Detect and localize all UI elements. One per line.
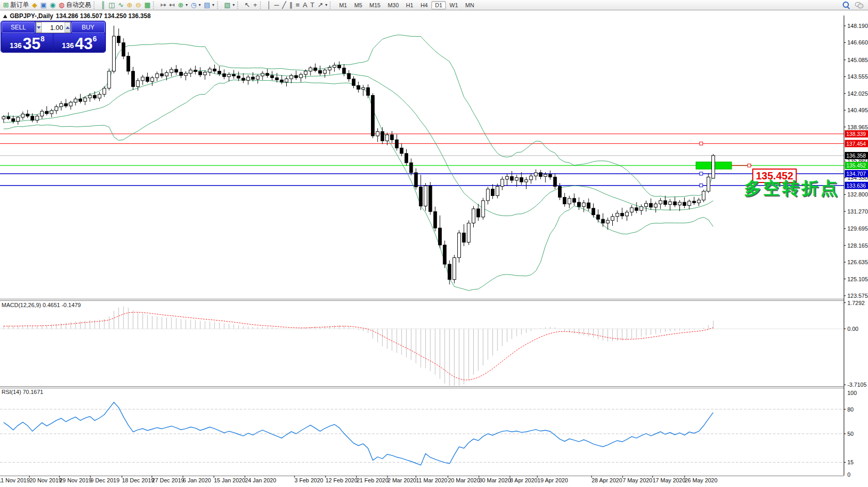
svg-text:28 Apr 2020: 28 Apr 2020 bbox=[592, 477, 622, 483]
sell-price-main: 35 bbox=[23, 37, 40, 51]
timeframe-m30[interactable]: M30 bbox=[384, 1, 402, 9]
sell-price-display[interactable]: 136 35 8 bbox=[2, 34, 53, 52]
community-chat-button[interactable] bbox=[855, 2, 863, 8]
svg-text:133.636: 133.636 bbox=[846, 182, 866, 189]
svg-text:19 Apr 2020: 19 Apr 2020 bbox=[537, 477, 568, 483]
buy-button[interactable]: BUY bbox=[71, 22, 105, 33]
autotrading-icon: ◍ bbox=[59, 2, 65, 8]
indicators-button[interactable]: ⊕ ▾ bbox=[176, 1, 189, 10]
chart-canvas[interactable]: 148.190146.660145.085143.555142.025140.4… bbox=[0, 10, 868, 487]
toolbar-grip bbox=[237, 2, 241, 9]
svg-text:132.800: 132.800 bbox=[847, 191, 868, 197]
text-icon: A bbox=[303, 2, 307, 8]
svg-text:126.635: 126.635 bbox=[847, 259, 868, 265]
line-chart-icon: ∿ bbox=[118, 2, 123, 8]
sell-price-prefix: 136 bbox=[10, 42, 22, 49]
crosshair-button[interactable]: + bbox=[252, 1, 259, 10]
sell-button[interactable]: SELL bbox=[2, 22, 35, 33]
svg-text:20 Mar 2020: 20 Mar 2020 bbox=[448, 477, 480, 483]
periods-button[interactable]: ◷ ▾ bbox=[189, 1, 202, 10]
chart-profile-icon: ▧ bbox=[224, 2, 230, 8]
fibonacci-icon: ≡ bbox=[296, 2, 300, 8]
vertical-line-button[interactable]: │ bbox=[266, 1, 273, 10]
svg-text:142.025: 142.025 bbox=[847, 90, 868, 97]
svg-text:148.190: 148.190 bbox=[847, 23, 868, 29]
dropdown-arrow-icon: ▾ bbox=[199, 3, 201, 7]
svg-text:138.965: 138.965 bbox=[847, 124, 868, 130]
timeframe-m1[interactable]: M1 bbox=[335, 1, 350, 9]
svg-text:29 Nov 2019: 29 Nov 2019 bbox=[59, 477, 91, 483]
svg-text:140.495: 140.495 bbox=[847, 107, 868, 113]
chart-shift-button[interactable]: ↤ bbox=[167, 1, 176, 10]
zoom-out-button[interactable]: ⊖ bbox=[134, 1, 143, 10]
chart-title: GBPJPY-,Daily 134.286 136.507 134.250 13… bbox=[3, 12, 151, 20]
timeframe-h4[interactable]: H4 bbox=[417, 1, 431, 9]
buy-price-display[interactable]: 136 43 6 bbox=[54, 34, 105, 52]
clock-icon: ◷ bbox=[191, 2, 196, 8]
svg-text:15 Jan 2020: 15 Jan 2020 bbox=[214, 477, 245, 483]
svg-text:131.270: 131.270 bbox=[847, 208, 868, 215]
bar-chart-button[interactable]: ║ bbox=[99, 1, 107, 10]
arrows-icon: ↗ bbox=[318, 2, 323, 8]
market-button[interactable]: ◆ bbox=[30, 1, 39, 10]
cursor-button[interactable]: ↖ bbox=[243, 1, 252, 10]
toolbar-grip bbox=[153, 2, 157, 9]
dropdown-arrow-icon: ▾ bbox=[185, 3, 188, 7]
mt4-window: { "toolbar": { "new_order_label": "新订单",… bbox=[0, 0, 868, 487]
signal-icon: ◉ bbox=[50, 2, 55, 8]
toolbar-grip bbox=[217, 2, 221, 9]
zoom-out-icon: ⊖ bbox=[135, 2, 141, 8]
gold-bars-icon: ◆ bbox=[32, 2, 37, 8]
horizontal-line-button[interactable]: ─ bbox=[273, 1, 281, 10]
dropdown-arrow-icon: ▾ bbox=[325, 3, 327, 7]
trendline-button[interactable]: ╱ bbox=[281, 1, 288, 10]
horizontal-line-icon: ─ bbox=[274, 2, 279, 8]
line-chart-button[interactable]: ∿ bbox=[116, 1, 125, 10]
candlestick-chart-button[interactable]: ◫ bbox=[107, 1, 116, 10]
timeframe-m5[interactable]: M5 bbox=[351, 1, 366, 9]
fibonacci-button[interactable]: ≡ bbox=[294, 1, 301, 10]
candlestick-icon: ◫ bbox=[109, 2, 115, 8]
zoom-in-button[interactable]: ⊕ bbox=[125, 1, 134, 10]
chart-shift-icon: ↤ bbox=[169, 2, 175, 8]
svg-text:123.575: 123.575 bbox=[847, 293, 868, 299]
chevron-down-icon bbox=[37, 26, 41, 29]
svg-text:9 Dec 2019: 9 Dec 2019 bbox=[90, 477, 119, 483]
text-label-button[interactable]: T bbox=[309, 1, 316, 10]
cursor-icon: ↖ bbox=[244, 2, 250, 8]
timeframe-w1[interactable]: W1 bbox=[446, 1, 462, 9]
lot-increase-button[interactable] bbox=[65, 22, 70, 33]
search-button[interactable] bbox=[843, 2, 850, 9]
timeframe-mn[interactable]: MN bbox=[462, 1, 478, 9]
svg-text:3 Feb 2020: 3 Feb 2020 bbox=[295, 477, 323, 483]
svg-text:18 Dec 2019: 18 Dec 2019 bbox=[122, 477, 154, 483]
timeframe-h1[interactable]: H1 bbox=[402, 1, 417, 9]
svg-text:138.339: 138.339 bbox=[846, 131, 866, 137]
channel-button[interactable]: ∥ bbox=[288, 1, 295, 10]
lot-size-input[interactable] bbox=[42, 22, 65, 33]
timeframe-d1[interactable]: D1 bbox=[431, 1, 446, 9]
svg-text:80: 80 bbox=[847, 406, 854, 413]
autoscroll-button[interactable]: ↦ bbox=[159, 1, 167, 10]
toolbar-grip bbox=[94, 2, 97, 9]
crosshair-icon: + bbox=[253, 2, 257, 8]
lot-decrease-button[interactable] bbox=[36, 22, 42, 33]
terminal-button[interactable]: ▣ bbox=[39, 1, 48, 10]
arrows-button[interactable]: ↗ ▾ bbox=[316, 1, 329, 10]
svg-text:2 Mar 2020: 2 Mar 2020 bbox=[388, 477, 416, 483]
indicators-icon: ⊕ bbox=[178, 2, 183, 8]
text-label-icon: T bbox=[311, 2, 315, 8]
text-button[interactable]: A bbox=[301, 1, 309, 10]
svg-text:26 May 2020: 26 May 2020 bbox=[685, 477, 718, 483]
autotrading-button[interactable]: ◍ 自动交易 bbox=[57, 1, 92, 10]
signals-button[interactable]: ◉ bbox=[48, 1, 57, 10]
tile-windows-button[interactable]: ▦ bbox=[143, 1, 152, 10]
svg-text:134.707: 134.707 bbox=[846, 171, 866, 177]
templates-button[interactable]: ▤ ▾ bbox=[203, 1, 216, 10]
zoom-in-icon: ⊕ bbox=[127, 2, 132, 8]
chart-profile-button[interactable]: ▧ ▾ bbox=[223, 1, 236, 10]
trendline-icon: ╱ bbox=[282, 2, 286, 8]
timeframe-m15[interactable]: M15 bbox=[366, 1, 384, 9]
new-order-button[interactable]: ⊞ 新订单 bbox=[2, 1, 30, 10]
svg-text:20 Nov 2019: 20 Nov 2019 bbox=[29, 477, 61, 483]
